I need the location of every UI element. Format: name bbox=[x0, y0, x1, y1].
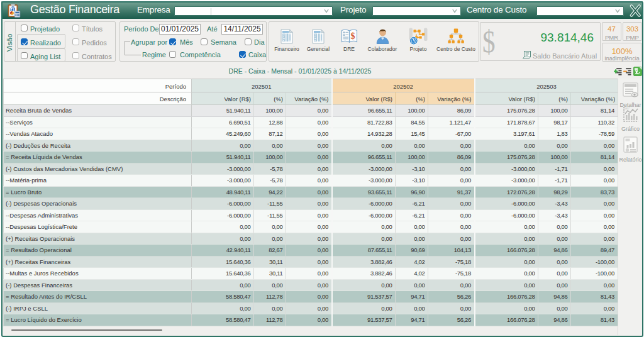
svg-text:531*: 531* bbox=[625, 107, 630, 110]
svg-text:$: $ bbox=[351, 31, 355, 41]
